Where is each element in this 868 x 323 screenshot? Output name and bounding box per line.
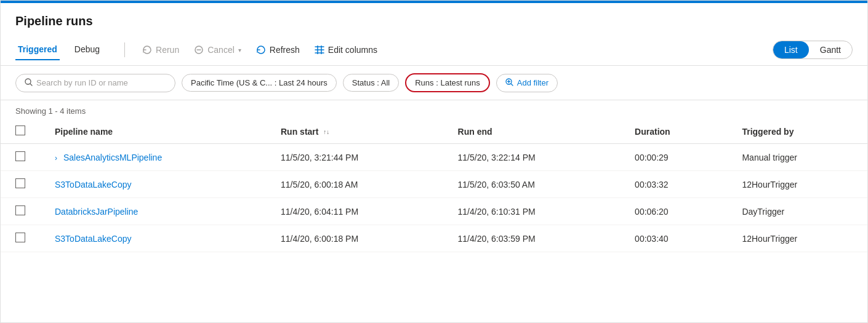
toolbar: Triggered Debug Rerun Cancel ▾ (1, 34, 867, 66)
row-1-triggered-by: Manual trigger (727, 144, 867, 171)
runs-filter[interactable]: Runs : Latest runs (405, 73, 490, 92)
table-row: DatabricksJarPipeline 11/4/20, 6:04:11 P… (1, 198, 867, 225)
filter-bar: Search by run ID or name Pacific Time (U… (1, 66, 867, 100)
select-all-checkbox[interactable] (15, 126, 25, 135)
sort-icon[interactable]: ↑↓ (323, 129, 329, 135)
row-1-checkbox-cell (1, 144, 40, 171)
status-filter[interactable]: Status : All (343, 74, 399, 92)
row-4-triggered-by: 12HourTrigger (727, 225, 867, 252)
row-1-pipeline-name-cell: › SalesAnalyticsMLPipeline (40, 144, 266, 171)
col-header-duration: Duration (620, 119, 727, 144)
col-header-run-start: Run start ↑↓ (266, 119, 443, 144)
row-3-triggered-by: DayTrigger (727, 198, 867, 225)
runs-filter-label: Runs : Latest runs (415, 78, 480, 87)
row-3-run-start: 11/4/20, 6:04:11 PM (266, 198, 443, 225)
refresh-label: Refresh (270, 45, 300, 55)
row-1-duration: 00:00:29 (620, 144, 727, 171)
cancel-icon (194, 45, 204, 55)
page-title: Pipeline runs (1, 3, 867, 34)
time-filter-label: Pacific Time (US & C... : Last 24 hours (191, 78, 328, 87)
edit-columns-button[interactable]: Edit columns (307, 41, 385, 58)
row-2-pipeline-name-cell: S3ToDataLakeCopy (40, 171, 266, 198)
row-4-pipeline-link[interactable]: S3ToDataLakeCopy (55, 234, 132, 244)
col-run-start-label: Run start (281, 127, 318, 137)
refresh-icon (256, 45, 266, 55)
col-header-checkbox (1, 119, 40, 144)
list-view-button[interactable]: List (773, 41, 809, 58)
svg-line-10 (511, 84, 513, 86)
search-filter[interactable]: Search by run ID or name (15, 74, 175, 92)
refresh-button[interactable]: Refresh (249, 41, 307, 58)
add-filter-button[interactable]: Add filter (496, 74, 558, 92)
tab-triggered[interactable]: Triggered (15, 39, 60, 60)
toolbar-divider (124, 42, 125, 57)
row-3-pipeline-name-cell: DatabricksJarPipeline (40, 198, 266, 225)
table-row: S3ToDataLakeCopy 11/4/20, 6:00:18 PM 11/… (1, 225, 867, 252)
row-4-checkbox[interactable] (15, 233, 25, 242)
row-3-run-end: 11/4/20, 6:10:31 PM (443, 198, 621, 225)
col-header-pipeline-name: Pipeline name (40, 119, 266, 144)
edit-columns-label: Edit columns (328, 45, 377, 55)
row-3-checkbox[interactable] (15, 205, 25, 215)
row-4-run-end: 11/4/20, 6:03:59 PM (443, 225, 621, 252)
row-3-checkbox-cell (1, 198, 40, 225)
row-2-run-end: 11/5/20, 6:03:50 AM (443, 171, 621, 198)
status-filter-label: Status : All (352, 78, 390, 87)
row-4-run-start: 11/4/20, 6:00:18 PM (266, 225, 443, 252)
rerun-label: Rerun (156, 45, 179, 55)
table-row: S3ToDataLakeCopy 11/5/20, 6:00:18 AM 11/… (1, 171, 867, 198)
cancel-label: Cancel (207, 45, 235, 55)
col-header-run-end: Run end (443, 119, 621, 144)
view-toggle: List Gantt (773, 41, 853, 59)
row-1-pipeline-link[interactable]: SalesAnalyticsMLPipeline (63, 153, 162, 162)
row-3-duration: 00:06:20 (620, 198, 727, 225)
row-2-run-start: 11/5/20, 6:00:18 AM (266, 171, 443, 198)
search-placeholder: Search by run ID or name (36, 78, 128, 87)
row-2-checkbox-cell (1, 171, 40, 198)
time-filter[interactable]: Pacific Time (US & C... : Last 24 hours (182, 74, 337, 92)
rerun-button[interactable]: Rerun (135, 41, 187, 58)
row-2-duration: 00:03:32 (620, 171, 727, 198)
add-filter-label: Add filter (517, 78, 549, 87)
row-2-triggered-by: 12HourTrigger (727, 171, 867, 198)
cancel-button[interactable]: Cancel ▾ (187, 41, 249, 58)
col-header-triggered-by: Triggered by (727, 119, 867, 144)
row-3-pipeline-link[interactable]: DatabricksJarPipeline (55, 207, 138, 217)
showing-count: Showing 1 - 4 items (1, 100, 867, 119)
row-4-pipeline-name-cell: S3ToDataLakeCopy (40, 225, 266, 252)
row-4-checkbox-cell (1, 225, 40, 252)
row-1-expander[interactable]: › (55, 154, 57, 162)
row-2-pipeline-link[interactable]: S3ToDataLakeCopy (55, 180, 132, 189)
pipeline-runs-container: Pipeline runs Triggered Debug Rerun (0, 0, 868, 323)
table-header-row: Pipeline name Run start ↑↓ Run end Durat… (1, 119, 867, 144)
cancel-dropdown-icon: ▾ (238, 47, 241, 54)
rerun-icon (142, 45, 152, 55)
svg-line-8 (30, 84, 32, 86)
row-2-checkbox[interactable] (15, 178, 25, 188)
table-row: › SalesAnalyticsMLPipeline 11/5/20, 3:21… (1, 144, 867, 171)
edit-columns-icon (315, 46, 324, 54)
tab-group: Triggered Debug (15, 39, 115, 60)
add-filter-icon (505, 78, 513, 88)
search-filter-icon (25, 78, 33, 88)
row-1-checkbox[interactable] (15, 151, 25, 161)
row-4-duration: 00:03:40 (620, 225, 727, 252)
row-1-run-start: 11/5/20, 3:21:44 PM (266, 144, 443, 171)
gantt-view-button[interactable]: Gantt (809, 41, 852, 58)
tab-debug[interactable]: Debug (72, 39, 102, 60)
row-1-run-end: 11/5/20, 3:22:14 PM (443, 144, 621, 171)
pipeline-runs-table: Pipeline name Run start ↑↓ Run end Durat… (1, 119, 867, 252)
